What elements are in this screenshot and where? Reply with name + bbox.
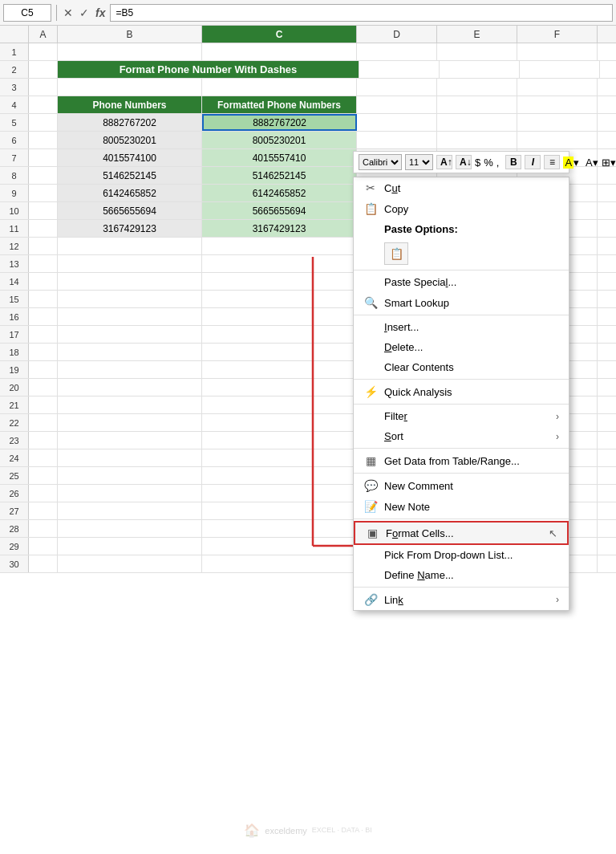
ctx-copy[interactable]: 📋 Copy [354,198,569,219]
cell-c1[interactable] [202,43,357,60]
cell-d3[interactable] [357,79,437,96]
col-header-b[interactable]: B [58,26,202,43]
ctx-format-cells[interactable]: ▣ Format Cells... ↖ [354,521,569,545]
cell-b8[interactable]: 5146252145 [58,167,202,184]
cell-b22[interactable] [58,414,202,431]
cell-c7[interactable]: 4015557410 [202,149,357,166]
cell-c6[interactable]: 8005230201 [202,132,357,148]
cell-c17[interactable] [202,326,357,343]
cell-b17[interactable] [58,326,202,343]
cell-a17[interactable] [29,326,58,343]
cell-f4[interactable] [517,96,598,113]
bold-btn[interactable]: B [505,155,521,169]
italic-btn[interactable]: I [525,155,541,169]
cell-c21[interactable] [202,396,357,413]
cancel-icon[interactable]: ✕ [62,6,75,19]
cell-a2[interactable] [29,61,58,78]
cell-c28[interactable] [202,520,357,537]
cell-d2[interactable] [359,61,440,78]
cell-c4[interactable]: Formatted Phone Numbers [202,96,357,113]
cell-a30[interactable] [29,555,58,572]
ctx-pick-dropdown[interactable]: Pick From Drop-down List... [354,545,569,565]
increase-font-btn[interactable]: A↑ [436,155,452,169]
highlight-btn[interactable]: A▾ [563,157,579,169]
percent-btn[interactable]: % [484,157,493,169]
cell-c3[interactable] [202,79,357,96]
cell-b30[interactable] [58,555,202,572]
font-select[interactable]: Calibri [359,154,402,170]
cell-c25[interactable] [202,467,357,484]
cell-b24[interactable] [58,449,202,466]
cell-a25[interactable] [29,467,58,484]
cell-c11[interactable]: 3167429123 [202,220,357,237]
cell-c29[interactable] [202,538,357,555]
cell-c5[interactable]: 8882767202 [202,114,357,131]
ctx-sort[interactable]: Sort › [354,426,569,446]
cell-b15[interactable] [58,291,202,307]
cell-a8[interactable] [29,167,58,184]
cell-a28[interactable] [29,520,58,537]
cell-c27[interactable] [202,502,357,519]
col-header-a[interactable]: A [29,26,58,43]
cell-e6[interactable] [437,132,517,148]
cell-b4[interactable]: Phone Numbers [58,96,202,113]
cell-d6[interactable] [357,132,437,148]
ctx-filter[interactable]: Filter › [354,406,569,426]
cell-a9[interactable] [29,185,58,201]
border-btn[interactable]: ⊞▾ [602,157,616,169]
cell-e4[interactable] [437,96,517,113]
font-color-btn[interactable]: A▾ [586,157,598,169]
cell-b11[interactable]: 3167429123 [58,220,202,237]
cell-f2[interactable] [520,61,600,78]
cell-b6[interactable]: 8005230201 [58,132,202,148]
cell-a13[interactable] [29,255,58,272]
comma-btn[interactable]: , [496,157,500,169]
cell-a24[interactable] [29,449,58,466]
cell-f1[interactable] [517,43,598,60]
cell-c19[interactable] [202,361,357,378]
cell-e5[interactable] [437,114,517,131]
cell-a1[interactable] [29,43,58,60]
col-header-e[interactable]: E [437,26,517,43]
cell-b18[interactable] [58,344,202,360]
cell-a23[interactable] [29,432,58,449]
align-btn[interactable]: ≡ [544,155,560,169]
cell-d4[interactable] [357,96,437,113]
cell-e2[interactable] [440,61,520,78]
cell-b19[interactable] [58,361,202,378]
cell-c8[interactable]: 5146252145 [202,167,357,184]
cell-f3[interactable] [517,79,598,96]
cell-a15[interactable] [29,291,58,307]
ctx-delete[interactable]: Delete... [354,337,569,357]
cell-c24[interactable] [202,449,357,466]
cell-b25[interactable] [58,467,202,484]
cell-a19[interactable] [29,361,58,378]
cell-c20[interactable] [202,379,357,396]
cell-b7[interactable]: 4015574100 [58,149,202,166]
cell-c16[interactable] [202,308,357,325]
cell-b29[interactable] [58,538,202,555]
cell-f5[interactable] [517,114,598,131]
cell-c30[interactable] [202,555,357,572]
ctx-cut[interactable]: ✂ Cut [354,177,569,198]
cell-c26[interactable] [202,485,357,502]
cell-b13[interactable] [58,255,202,272]
col-header-c[interactable]: C [202,26,357,43]
cell-a4[interactable] [29,96,58,113]
cell-b1[interactable] [58,43,202,60]
cell-a26[interactable] [29,485,58,502]
cell-d1[interactable] [357,43,437,60]
ctx-link[interactable]: 🔗 Link › [354,589,569,610]
cell-a5[interactable] [29,114,58,131]
cell-e1[interactable] [437,43,517,60]
cell-a12[interactable] [29,238,58,254]
cell-b20[interactable] [58,379,202,396]
formula-input[interactable] [110,4,613,22]
ctx-paste-special[interactable]: Paste Special... [354,272,569,292]
cell-a6[interactable] [29,132,58,148]
cell-c10[interactable]: 5665655694 [202,202,357,219]
cell-b16[interactable] [58,308,202,325]
cell-c12[interactable] [202,238,357,254]
ctx-new-note[interactable]: 📝 New Note [354,496,569,517]
cell-b9[interactable]: 6142465852 [58,185,202,201]
